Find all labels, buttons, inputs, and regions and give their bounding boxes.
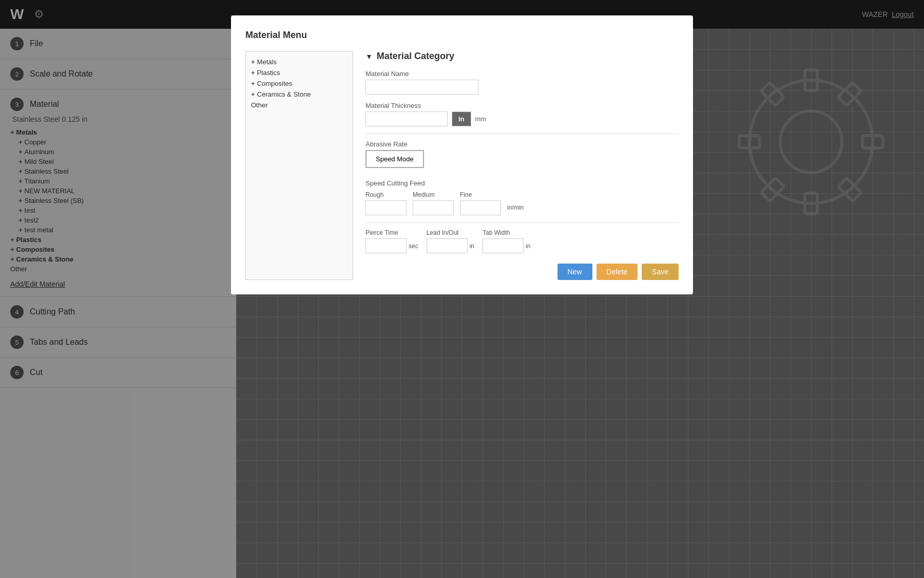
- bottom-params-row: Pierce Time sec Lead In/Out in: [365, 229, 679, 253]
- save-button[interactable]: Save: [642, 264, 679, 280]
- medium-input[interactable]: [413, 200, 454, 215]
- modal-plastics-plus: +: [251, 69, 255, 77]
- tab-width-label: Tab Width: [483, 229, 530, 236]
- delete-button[interactable]: Delete: [596, 264, 638, 280]
- modal-body: + Metals + Plastics + Composites + Ceram…: [245, 51, 679, 280]
- rough-label: Rough: [365, 191, 407, 198]
- form-section-title: ▼ Material Category: [365, 51, 679, 62]
- cutting-feed-label: Speed Cutting Feed: [365, 179, 679, 187]
- modal-ceramics-plus: +: [251, 90, 255, 98]
- modal-metals-label: Metals: [257, 58, 277, 66]
- material-name-label: Material Name: [365, 70, 679, 78]
- modal-composites-label: Composites: [257, 80, 293, 87]
- pierce-time-unit: sec: [409, 243, 418, 250]
- new-button[interactable]: New: [557, 264, 592, 280]
- fine-label: Fine: [460, 191, 501, 198]
- feed-row: Rough Medium Fine in/min: [365, 191, 679, 215]
- modal-plastics-label: Plastics: [257, 69, 280, 77]
- feed-rough: Rough: [365, 191, 407, 215]
- pierce-time-item: Pierce Time sec: [365, 229, 418, 253]
- material-name-input[interactable]: [365, 80, 478, 95]
- pierce-time-input-row: sec: [365, 238, 418, 253]
- modal-tree-ceramics[interactable]: + Ceramics & Stone: [251, 89, 348, 100]
- lead-in-out-input-row: in: [427, 238, 474, 253]
- tab-width-input[interactable]: [483, 238, 524, 253]
- material-menu-modal: Material Menu + Metals + Plastics + Comp…: [231, 15, 693, 294]
- modal-tree-metals[interactable]: + Metals: [251, 57, 348, 67]
- rough-input[interactable]: [365, 200, 407, 215]
- feed-unit-label: in/min: [507, 204, 524, 211]
- section-title-text: Material Category: [377, 51, 454, 62]
- modal-title: Material Menu: [245, 30, 679, 41]
- medium-label: Medium: [413, 191, 454, 198]
- modal-form: ▼ Material Category Material Name Materi…: [365, 51, 679, 280]
- section-arrow-icon: ▼: [365, 52, 373, 61]
- modal-composites-plus: +: [251, 80, 255, 87]
- material-thickness-label: Material Thickness: [365, 102, 679, 109]
- lead-in-out-unit: in: [470, 243, 474, 250]
- feed-medium: Medium: [413, 191, 454, 215]
- modal-ceramics-label: Ceramics & Stone: [257, 90, 311, 98]
- modal-overlay: Material Menu + Metals + Plastics + Comp…: [0, 0, 924, 578]
- tab-width-input-row: in: [483, 238, 530, 253]
- lead-in-out-input[interactable]: [427, 238, 468, 253]
- pierce-time-input[interactable]: [365, 238, 407, 253]
- modal-other-label: Other: [251, 101, 268, 109]
- tab-width-unit: in: [526, 243, 530, 250]
- fine-input[interactable]: [460, 200, 501, 215]
- divider-2: [365, 222, 679, 223]
- pierce-time-label: Pierce Time: [365, 229, 418, 236]
- unit-in-button[interactable]: in: [452, 111, 471, 126]
- material-thickness-input[interactable]: [365, 111, 448, 126]
- modal-footer: New Delete Save: [365, 264, 679, 280]
- modal-tree-composites[interactable]: + Composites: [251, 78, 348, 89]
- tab-width-item: Tab Width in: [483, 229, 530, 253]
- modal-tree-other[interactable]: Other: [251, 100, 348, 110]
- divider-1: [365, 134, 679, 134]
- abrasive-rate-label: Abrasive Rate: [365, 140, 679, 148]
- lead-in-out-label: Lead In/Out: [427, 229, 474, 236]
- modal-tree-plastics[interactable]: + Plastics: [251, 67, 348, 78]
- modal-metals-plus: +: [251, 58, 255, 66]
- lead-in-out-item: Lead In/Out in: [427, 229, 474, 253]
- feed-fine: Fine: [460, 191, 501, 215]
- speed-mode-button[interactable]: Speed Mode: [365, 150, 424, 168]
- modal-material-tree: + Metals + Plastics + Composites + Ceram…: [245, 51, 353, 280]
- unit-mm-label: mm: [475, 115, 487, 123]
